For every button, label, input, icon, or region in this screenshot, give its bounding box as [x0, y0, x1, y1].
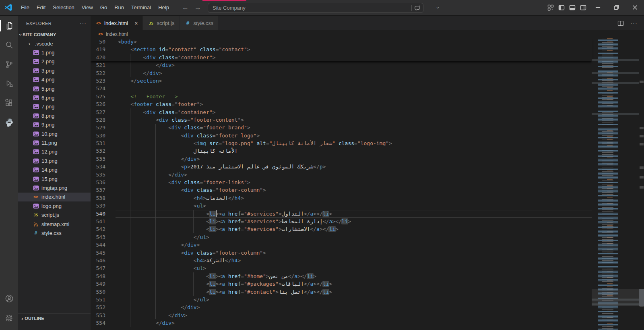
- code-line[interactable]: 551</ul>: [91, 296, 592, 303]
- file-item[interactable]: 13.png: [18, 156, 91, 165]
- file-item[interactable]: 15.png: [18, 174, 91, 183]
- code-line[interactable]: 548<li><a href="#home">من نحن</a></li>: [91, 272, 592, 280]
- customize-layout-icon[interactable]: [545, 0, 556, 15]
- minimize-icon[interactable]: [588, 0, 607, 15]
- code-line[interactable]: 545<div class="footer-column">: [91, 249, 592, 257]
- nav-back-icon[interactable]: ←: [182, 4, 189, 12]
- code-line[interactable]: 535</div>: [91, 171, 592, 178]
- code-line[interactable]: 537<div class="footer-column">: [91, 186, 592, 194]
- code-line[interactable]: 546<h4>الشركة</h4>: [91, 257, 592, 264]
- command-center-search[interactable]: Site Company: [208, 3, 423, 13]
- code-line[interactable]: 547<ul>: [91, 264, 592, 272]
- activity-extensions[interactable]: [0, 93, 18, 113]
- scrollbar-slider[interactable]: [639, 289, 644, 306]
- activity-settings[interactable]: [0, 308, 18, 328]
- code-line[interactable]: 550<li><a href="#contact">اتصل بنا</a></…: [91, 288, 592, 296]
- tab-script.js[interactable]: JSscript.js: [143, 16, 180, 30]
- project-section-header[interactable]: › SITE COMPANY: [18, 30, 91, 39]
- code-line[interactable]: 523</section>: [91, 77, 592, 85]
- code-line[interactable]: 538<h4>الخدمات</h4>: [91, 194, 592, 202]
- menu-item-run[interactable]: Run: [111, 0, 128, 15]
- code-line[interactable]: 531<img src="logo.png" alt="شعار الأمانة…: [91, 139, 592, 147]
- tab-index.html[interactable]: <>index.html×: [91, 16, 143, 30]
- minimap-slider[interactable]: [592, 289, 639, 306]
- sticky-scroll[interactable]: 50<body>419<section id="contact" class="…: [91, 38, 592, 61]
- activity-explorer[interactable]: [0, 16, 18, 35]
- file-item[interactable]: imgtap.png: [18, 183, 91, 192]
- code-line[interactable]: 549<li><a href="#packages">الباقات</a></…: [91, 280, 592, 288]
- code-line[interactable]: 544</div>: [91, 241, 592, 249]
- file-item[interactable]: 2.png: [18, 57, 91, 66]
- code-line[interactable]: 527<div class="container">: [91, 108, 592, 116]
- code-line[interactable]: 530<div class="footer-logo">: [91, 132, 592, 139]
- code-line[interactable]: 521</div>: [91, 61, 592, 69]
- code-line[interactable]: 536<div class="footer-links">: [91, 178, 592, 186]
- activity-search[interactable]: [0, 35, 18, 55]
- command-center-chevron-icon[interactable]: ›: [437, 4, 439, 11]
- breadcrumb[interactable]: <> index.html: [91, 30, 644, 38]
- code-line[interactable]: 533</div>: [91, 155, 592, 163]
- code-line[interactable]: 540<li><a href="#services">التداول</a></…: [91, 210, 592, 218]
- code-line[interactable]: 553</div>: [91, 311, 592, 319]
- code-line[interactable]: 543</ul>: [91, 233, 592, 241]
- activity-run-debug[interactable]: [0, 74, 18, 93]
- file-item[interactable]: 14.png: [18, 165, 91, 174]
- code-line[interactable]: 524: [91, 85, 592, 92]
- file-item[interactable]: 11.png: [18, 138, 91, 147]
- menu-item-terminal[interactable]: Terminal: [128, 0, 155, 15]
- code-line[interactable]: 525<!-- Footer -->: [91, 93, 592, 100]
- close-icon[interactable]: [625, 0, 644, 15]
- close-tab-icon[interactable]: ×: [134, 20, 138, 27]
- more-actions-icon[interactable]: ···: [630, 20, 638, 27]
- code-line[interactable]: 419<section id="contact" class="contact"…: [91, 46, 592, 53]
- file-item[interactable]: 10.png: [18, 129, 91, 138]
- explorer-actions-icon[interactable]: ···: [80, 20, 87, 27]
- file-item[interactable]: 5.png: [18, 84, 91, 93]
- file-item[interactable]: 8.png: [18, 111, 91, 120]
- code-line[interactable]: 542<li><a href="#services">الاستشارات</a…: [91, 225, 592, 233]
- file-item[interactable]: sitemap.xml: [18, 220, 91, 228]
- code-line[interactable]: 522</div>: [91, 69, 592, 77]
- menu-item-help[interactable]: Help: [155, 0, 173, 15]
- menu-item-view[interactable]: View: [78, 0, 97, 15]
- nav-forward-icon[interactable]: →: [194, 4, 201, 12]
- copilot-icon[interactable]: [414, 5, 421, 11]
- file-item[interactable]: 4.png: [18, 75, 91, 84]
- menu-item-file[interactable]: File: [17, 0, 33, 15]
- file-item[interactable]: <>index.html: [18, 193, 91, 201]
- code-line[interactable]: 552</div>: [91, 303, 592, 311]
- code-line[interactable]: 526<footer class="footer">: [91, 100, 592, 108]
- tab-style.css[interactable]: #style.css: [180, 16, 219, 30]
- menu-item-edit[interactable]: Edit: [33, 0, 49, 15]
- code-line[interactable]: 534<p>شريكك الموثوق في عالم الاستثمار من…: [91, 163, 592, 170]
- toggle-panel-icon[interactable]: [567, 0, 578, 15]
- file-item[interactable]: 6.png: [18, 93, 91, 102]
- menu-item-selection[interactable]: Selection: [49, 0, 78, 15]
- toggle-sidebar-icon[interactable]: [556, 0, 567, 15]
- split-editor-icon[interactable]: [617, 20, 624, 27]
- minimap[interactable]: [592, 38, 639, 330]
- vertical-scrollbar[interactable]: [639, 38, 644, 330]
- menu-item-go[interactable]: Go: [97, 0, 111, 15]
- code-line[interactable]: 50<body>: [91, 38, 592, 46]
- file-item[interactable]: ›.vscode: [18, 39, 91, 48]
- code-line[interactable]: 541<li><a href="#services">إدارة المحافظ…: [91, 218, 592, 225]
- file-item[interactable]: #style.css: [18, 228, 91, 237]
- code-area[interactable]: 521</div>522</div>523</section>524525<!-…: [91, 61, 592, 330]
- code-line[interactable]: 528<div class="footer-content">: [91, 116, 592, 124]
- toggle-secondary-sidebar-icon[interactable]: [578, 0, 588, 15]
- file-item[interactable]: 9.png: [18, 120, 91, 129]
- file-item[interactable]: 7.png: [18, 102, 91, 111]
- code-line[interactable]: 529<div class="footer-brand">: [91, 124, 592, 131]
- file-item[interactable]: 12.png: [18, 147, 91, 156]
- activity-accounts[interactable]: [0, 289, 18, 308]
- outline-section-header[interactable]: › OUTLINE: [18, 313, 91, 323]
- code-line[interactable]: 539<ul>: [91, 202, 592, 210]
- file-item[interactable]: JSscript.js: [18, 210, 91, 219]
- code-line[interactable]: 532الأمانة كابيتال: [91, 147, 592, 155]
- restore-icon[interactable]: [607, 0, 625, 15]
- activity-source-control[interactable]: [0, 55, 18, 74]
- code-line[interactable]: 420<div class="container">: [91, 54, 592, 61]
- file-item[interactable]: logo.png: [18, 201, 91, 210]
- activity-python[interactable]: [0, 113, 18, 132]
